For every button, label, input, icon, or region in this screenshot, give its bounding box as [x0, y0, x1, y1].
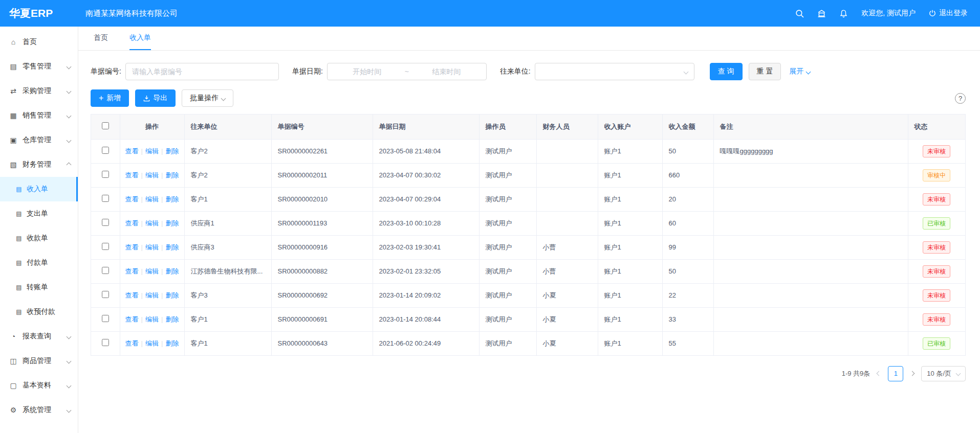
sidebar-item-system[interactable]: ⚙系统管理: [0, 398, 78, 422]
sidebar-item-label: 零售管理: [23, 62, 51, 71]
action-edit-link[interactable]: 编辑: [145, 291, 159, 299]
sidebar-item-finance[interactable]: ▧财务管理: [0, 152, 78, 177]
action-delete-link[interactable]: 删除: [165, 339, 179, 347]
reset-button[interactable]: 重 置: [749, 63, 781, 80]
row-checkbox[interactable]: [102, 171, 109, 178]
row-checkbox[interactable]: [102, 315, 109, 322]
cell-partner: 客户2: [184, 139, 271, 163]
action-view-link[interactable]: 查看: [125, 171, 139, 179]
sidebar-item-report[interactable]: ◔报表查询: [0, 324, 78, 349]
cell-bill_no: SR00000000882: [271, 259, 373, 283]
action-delete-link[interactable]: 删除: [165, 147, 179, 155]
help-icon[interactable]: ?: [955, 93, 966, 104]
action-edit-link[interactable]: 编辑: [145, 219, 159, 227]
action-view-link[interactable]: 查看: [125, 267, 139, 275]
current-page-button[interactable]: 1: [888, 366, 903, 381]
action-delete-link[interactable]: 删除: [165, 219, 179, 227]
date-range-picker[interactable]: ~: [327, 63, 487, 80]
next-page-button[interactable]: [909, 372, 915, 375]
cell-bill_no: SR00000002011: [271, 163, 373, 187]
cell-operator: 测试用户: [479, 187, 536, 211]
column-header-status: 状态: [908, 115, 965, 139]
partner-select[interactable]: [535, 63, 694, 80]
row-checkbox[interactable]: [102, 195, 109, 202]
sidebar-subitem-transfer-bill[interactable]: ▤转账单: [0, 275, 78, 300]
bank-icon[interactable]: [817, 9, 826, 18]
chevron-down-icon: [956, 371, 961, 376]
action-view-link[interactable]: 查看: [125, 243, 139, 251]
action-view-link[interactable]: 查看: [125, 315, 139, 323]
sidebar-item-retail[interactable]: ▤零售管理: [0, 54, 78, 79]
company-name: 南通某某网络科技有限公司: [85, 9, 178, 18]
action-delete-link[interactable]: 删除: [165, 291, 179, 299]
sidebar-item-purchase[interactable]: ⇄采购管理: [0, 79, 78, 103]
action-view-link[interactable]: 查看: [125, 339, 139, 347]
action-edit-link[interactable]: 编辑: [145, 243, 159, 251]
row-checkbox[interactable]: [102, 243, 109, 250]
sidebar-item-warehouse[interactable]: ▣仓库管理: [0, 128, 78, 152]
status-badge: 已审核: [923, 337, 950, 350]
cell-remark: [713, 331, 908, 355]
action-separator: |: [141, 339, 143, 347]
export-button[interactable]: 导出: [135, 89, 176, 107]
welcome-text[interactable]: 欢迎您, 测试用户: [861, 9, 916, 18]
action-view-link[interactable]: 查看: [125, 219, 139, 227]
sidebar-item-sales[interactable]: ▦销售管理: [0, 103, 78, 128]
cell-partner: 客户1: [184, 187, 271, 211]
tab-home[interactable]: 首页: [94, 27, 108, 50]
page-size-select[interactable]: 10 条/页: [921, 366, 966, 381]
date-end-input[interactable]: [412, 67, 481, 76]
action-edit-link[interactable]: 编辑: [145, 171, 159, 179]
sidebar-item-goods[interactable]: ◫商品管理: [0, 349, 78, 373]
sidebar-item-home[interactable]: ⌂首页: [0, 30, 78, 54]
action-delete-link[interactable]: 删除: [165, 315, 179, 323]
sidebar-item-basic[interactable]: ▢基本资料: [0, 373, 78, 398]
row-checkbox[interactable]: [102, 147, 109, 154]
app-logo[interactable]: 华夏ERP: [0, 6, 78, 20]
action-edit-link[interactable]: 编辑: [145, 315, 159, 323]
sidebar-subitem-payment-bill[interactable]: ▤付款单: [0, 250, 78, 275]
table-row: 查看|编辑|删除供应商3SR000000009162023-02-03 19:3…: [91, 235, 965, 259]
select-all-checkbox[interactable]: [102, 122, 109, 129]
add-button[interactable]: + 新增: [91, 89, 129, 107]
row-actions-cell: 查看|编辑|删除: [120, 331, 184, 355]
sidebar-subitem-income-bill[interactable]: ▤收入单: [0, 177, 78, 201]
sidebar-subitem-advance-receipt[interactable]: ▤收预付款: [0, 300, 78, 324]
row-checkbox[interactable]: [102, 267, 109, 274]
sidebar-subitem-receipt-bill[interactable]: ▤收款单: [0, 226, 78, 250]
search-button[interactable]: 查 询: [710, 63, 743, 80]
sidebar-subitem-expense-bill[interactable]: ▤支出单: [0, 201, 78, 226]
row-checkbox[interactable]: [102, 339, 109, 346]
logout-button[interactable]: 退出登录: [929, 9, 968, 18]
bill-no-label: 单据编号:: [91, 67, 121, 76]
search-icon[interactable]: [795, 9, 804, 18]
action-delete-link[interactable]: 删除: [165, 267, 179, 275]
bell-icon[interactable]: [839, 9, 848, 18]
row-checkbox[interactable]: [102, 291, 109, 298]
action-delete-link[interactable]: 删除: [165, 171, 179, 179]
expand-link[interactable]: 展开: [789, 67, 810, 76]
action-delete-link[interactable]: 删除: [165, 195, 179, 203]
cell-bill_no: SR00000000643: [271, 331, 373, 355]
action-view-link[interactable]: 查看: [125, 147, 139, 155]
action-edit-link[interactable]: 编辑: [145, 339, 159, 347]
action-delete-link[interactable]: 删除: [165, 243, 179, 251]
tab-income-bill[interactable]: 收入单: [129, 27, 151, 50]
cell-account: 账户1: [598, 283, 662, 307]
action-edit-link[interactable]: 编辑: [145, 267, 159, 275]
sidebar-subitem-label: 收款单: [27, 234, 48, 243]
action-view-link[interactable]: 查看: [125, 195, 139, 203]
action-edit-link[interactable]: 编辑: [145, 147, 159, 155]
cell-amount: 22: [662, 283, 713, 307]
column-header-bill_no: 单据编号: [271, 115, 373, 139]
prev-page-button[interactable]: [876, 372, 882, 375]
action-edit-link[interactable]: 编辑: [145, 195, 159, 203]
bill-no-input[interactable]: [125, 63, 279, 80]
date-start-input[interactable]: [333, 67, 402, 76]
action-view-link[interactable]: 查看: [125, 291, 139, 299]
cell-bill_no: SR00000000692: [271, 283, 373, 307]
cell-partner: 客户1: [184, 331, 271, 355]
row-checkbox[interactable]: [102, 219, 109, 226]
cell-finance_staff: 小曹: [536, 259, 598, 283]
batch-actions-button[interactable]: 批量操作: [182, 89, 233, 107]
